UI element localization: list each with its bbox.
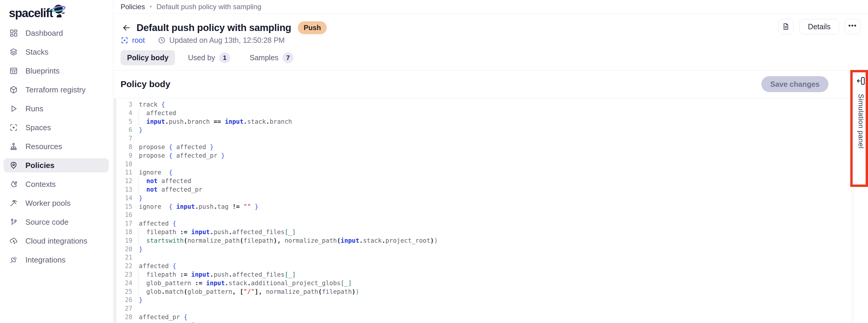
sidebar-item-label: Resources: [25, 142, 62, 151]
sidebar-item-integrations[interactable]: Integrations: [4, 253, 109, 267]
sidebar-item-label: Runs: [25, 104, 43, 114]
sidebar-item-policies[interactable]: Policies: [4, 158, 109, 172]
line-number: 21: [114, 253, 132, 262]
sidebar-item-runs[interactable]: Runs: [4, 102, 109, 116]
runs-icon: [9, 104, 18, 114]
code-line: 20}: [114, 245, 851, 254]
code-line: 16: [114, 211, 851, 219]
sidebar-item-label: Spaces: [25, 123, 51, 132]
policy-code-editor[interactable]: 3track {4 affected5 input.push.branch ==…: [114, 98, 851, 323]
save-changes-button[interactable]: Save changes: [761, 76, 829, 92]
back-arrow-icon[interactable]: [121, 22, 132, 34]
code-text: affected {: [139, 219, 176, 228]
code-line: 17affected {: [114, 219, 851, 228]
spaces-icon: [9, 123, 18, 132]
tab-samples[interactable]: Samples 7: [243, 49, 300, 66]
code-text: ignore {: [139, 168, 173, 177]
app-root: spacelift Dashboard St: [0, 0, 868, 323]
code-line: 23 filepath := input.push.affected_files…: [114, 270, 851, 279]
breadcrumb-separator: •: [150, 3, 152, 10]
code-line: 7: [114, 134, 851, 143]
editor-right-divider: [851, 70, 852, 323]
code-text: }: [139, 126, 143, 134]
code-line: 12 not affected: [114, 177, 851, 186]
code-line: 26}: [114, 296, 851, 304]
code-line: 18 filepath := input.push.affected_files…: [114, 228, 851, 236]
samples-count-badge: 7: [282, 52, 293, 63]
line-number: 22: [114, 262, 132, 270]
code-line: 8propose { affected }: [114, 143, 851, 152]
cloud-integrations-icon: [9, 236, 18, 246]
code-line: 25 glob.match(glob_pattern, ["/"], norma…: [114, 288, 851, 296]
line-number: 14: [114, 194, 132, 202]
sidebar-item-terraform-registry[interactable]: Terraform registry: [4, 83, 109, 97]
line-number: 27: [114, 304, 132, 313]
sidebar-item-label: Contexts: [25, 180, 56, 189]
code-text: affected: [139, 109, 176, 118]
line-number: 18: [114, 228, 132, 236]
sidebar-item-stacks[interactable]: Stacks: [4, 45, 109, 59]
spacelift-wordmark: spacelift: [9, 6, 53, 20]
tabs: Policy body Used by 1 Samples 7: [121, 49, 300, 66]
main-content: Policies • Default push policy with samp…: [114, 0, 868, 323]
tab-used-by[interactable]: Used by 1: [181, 49, 237, 66]
line-number: 12: [114, 177, 132, 186]
indent-guide: [138, 279, 139, 288]
spacelift-logo[interactable]: spacelift: [0, 0, 113, 22]
simulation-panel-toggle[interactable]: Simulation panel: [853, 70, 868, 323]
space-link[interactable]: root: [121, 36, 145, 44]
code-text: filepath := input.push.affected_files[_]: [139, 228, 296, 236]
line-number: 28: [114, 313, 132, 322]
contexts-icon: [9, 180, 18, 189]
line-number: 4: [114, 109, 132, 118]
policy-document-button[interactable]: [778, 19, 794, 34]
worker-pools-icon: [9, 198, 18, 208]
expand-panel-icon: [856, 76, 866, 86]
code-text: }: [139, 245, 143, 254]
header-actions: Details •••: [778, 19, 860, 34]
sidebar-item-worker-pools[interactable]: Worker pools: [4, 196, 109, 210]
tab-policy-body[interactable]: Policy body: [121, 50, 175, 65]
line-number: 17: [114, 219, 132, 228]
sidebar-item-contexts[interactable]: Contexts: [4, 177, 109, 191]
indent-guide: [138, 186, 139, 194]
line-number: 20: [114, 245, 132, 254]
simulation-panel-label: Simulation panel: [857, 94, 865, 149]
indent-guide: [138, 270, 139, 279]
code-text: }: [139, 296, 143, 304]
sidebar-item-label: Integrations: [25, 255, 66, 264]
code-text: not affected: [139, 177, 191, 186]
code-text: input.push.branch == input.stack.branch: [139, 118, 292, 126]
clock-icon: [158, 36, 166, 44]
policies-icon: [9, 161, 18, 170]
code-line: 13 not affected_pr: [114, 186, 851, 194]
meta-row: root Updated on Aug 13th, 12:50:28 PM: [121, 36, 285, 44]
line-number: 15: [114, 202, 132, 211]
details-button[interactable]: Details: [800, 19, 839, 34]
breadcrumb-policies-link[interactable]: Policies: [121, 3, 145, 11]
used-by-count-badge: 1: [219, 52, 230, 63]
sidebar-item-resources[interactable]: Resources: [4, 139, 109, 154]
sidebar-item-cloud-integrations[interactable]: Cloud integrations: [4, 234, 109, 248]
code-line: 11ignore {: [114, 168, 851, 177]
sidebar-item-dashboard[interactable]: Dashboard: [4, 26, 109, 40]
document-icon: [782, 23, 790, 30]
code-line: 14}: [114, 194, 851, 202]
sidebar-item-label: Cloud integrations: [25, 236, 88, 246]
sidebar-item-source-code[interactable]: Source code: [4, 215, 109, 229]
page-title: Default push policy with sampling: [136, 22, 291, 33]
code-line: 19 startswith(normalize_path(filepath), …: [114, 236, 851, 245]
code-line: 10: [114, 160, 851, 169]
sidebar-item-blueprints[interactable]: Blueprints: [4, 64, 109, 78]
stacks-icon: [9, 47, 18, 57]
sidebar-item-spaces[interactable]: Spaces: [4, 121, 109, 135]
code-line: 6}: [114, 126, 851, 134]
code-line: 29 filepath := input.pull_request.diff[_…: [114, 322, 851, 323]
code-text: glob_pattern := input.stack.additional_p…: [139, 279, 352, 288]
line-number: 10: [114, 160, 132, 169]
code-line: 5 input.push.branch == input.stack.branc…: [114, 118, 851, 126]
line-number: 24: [114, 279, 132, 288]
line-number: 5: [114, 118, 132, 126]
indent-guide: [138, 177, 139, 186]
more-actions-button[interactable]: •••: [845, 19, 860, 34]
